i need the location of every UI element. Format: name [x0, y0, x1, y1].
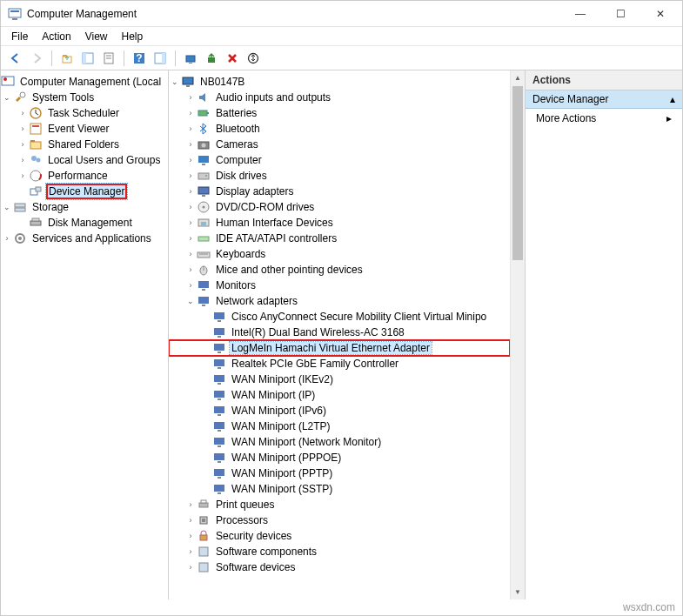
caret-icon[interactable]: › — [17, 121, 29, 137]
tree-storage[interactable]: ⌄ Storage — [1, 199, 168, 215]
svg-rect-73 — [214, 375, 224, 382]
toolbar: ? — [1, 46, 682, 70]
svg-rect-37 — [32, 218, 39, 221]
net-item-label: WAN Miniport (IP) — [230, 389, 317, 401]
dev-mice[interactable]: ›Mice and other pointing devices — [169, 262, 510, 278]
dev-ide[interactable]: ›IDE ATA/ATAPI controllers — [169, 231, 510, 246]
tree-shared-folders[interactable]: › Shared Folders — [1, 137, 168, 152]
svg-rect-63 — [198, 297, 209, 304]
svg-rect-95 — [199, 563, 208, 572]
software-icon — [197, 560, 211, 574]
svg-rect-6 — [83, 53, 86, 64]
tree-task-scheduler[interactable]: › Task Scheduler — [1, 105, 168, 121]
dev-disk-drives[interactable]: ›Disk drives — [169, 168, 510, 184]
result-pane[interactable]: ⌄NB0147B ›Audio inputs and outputs ›Batt… — [169, 70, 526, 599]
dev-network-item[interactable]: Cisco AnyConnect Secure Mobility Client … — [169, 309, 510, 325]
uninstall-button[interactable] — [223, 49, 242, 68]
update-driver-button[interactable] — [202, 49, 221, 68]
actions-more[interactable]: More Actions ▸ — [526, 109, 682, 128]
dev-cameras[interactable]: ›Cameras — [169, 137, 510, 152]
help-button[interactable]: ? — [130, 49, 149, 68]
dev-monitors[interactable]: ›Monitors — [169, 278, 510, 293]
caret-icon[interactable]: › — [17, 152, 29, 168]
dev-bluetooth[interactable]: ›Bluetooth — [169, 121, 510, 137]
caret-icon[interactable]: › — [17, 137, 29, 152]
dev-processors[interactable]: ›Processors — [169, 512, 510, 528]
svg-rect-46 — [198, 156, 209, 163]
caret-open-icon[interactable]: ⌄ — [1, 199, 13, 215]
scroll-down-icon[interactable]: ▼ — [511, 585, 525, 599]
dev-software-comp[interactable]: ›Software components — [169, 544, 510, 559]
dev-software-dev[interactable]: ›Software devices — [169, 559, 510, 575]
close-button[interactable]: ✕ — [640, 1, 680, 27]
dev-network[interactable]: ⌄Network adapters — [169, 293, 510, 309]
svg-rect-48 — [198, 173, 209, 179]
dev-network-item[interactable]: WAN Miniport (PPPOE) — [169, 450, 510, 465]
minimize-button[interactable]: — — [560, 1, 600, 27]
nic-icon — [212, 404, 226, 418]
dev-network-item[interactable]: Intel(R) Dual Band Wireless-AC 3168 — [169, 325, 510, 340]
menu-action[interactable]: Action — [35, 29, 77, 44]
dev-network-item[interactable]: WAN Miniport (IP) — [169, 387, 510, 403]
disable-button[interactable] — [244, 49, 263, 68]
tree-root[interactable]: Computer Management (Local — [1, 74, 168, 90]
dev-network-item[interactable]: WAN Miniport (Network Monitor) — [169, 434, 510, 450]
tree-services-apps[interactable]: › Services and Applications — [1, 231, 168, 246]
caret-icon[interactable]: › — [17, 105, 29, 121]
menu-file[interactable]: File — [4, 29, 35, 44]
menu-view[interactable]: View — [78, 29, 115, 44]
dev-network-item[interactable]: Realtek PCIe GbE Family Controller — [169, 356, 510, 372]
tree-device-manager[interactable]: Device Manager — [1, 184, 168, 199]
dev-computer-root[interactable]: ⌄NB0147B — [169, 74, 510, 90]
scroll-up-icon[interactable]: ▲ — [511, 70, 525, 85]
computer-mgmt-icon — [1, 75, 15, 89]
properties-button[interactable] — [99, 49, 118, 68]
forward-button[interactable] — [27, 49, 46, 68]
svg-rect-43 — [207, 112, 209, 114]
dev-print[interactable]: ›Print queues — [169, 497, 510, 512]
show-hide-tree-button[interactable] — [78, 49, 97, 68]
scroll-thumb[interactable] — [512, 86, 523, 260]
dev-network-item[interactable]: LogMeIn Hamachi Virtual Ethernet Adapter — [169, 340, 510, 356]
dev-computer[interactable]: ›Computer — [169, 152, 510, 168]
scope-pane[interactable]: Computer Management (Local ⌄ System Tool… — [1, 70, 169, 599]
dev-hid[interactable]: ›Human Interface Devices — [169, 215, 510, 231]
caret-icon[interactable]: › — [17, 168, 29, 184]
nic-icon — [212, 482, 226, 496]
storage-icon — [13, 200, 27, 214]
dev-keyboards[interactable]: ›Keyboards — [169, 246, 510, 262]
svg-rect-42 — [198, 110, 207, 116]
camera-icon — [197, 137, 211, 151]
caret-open-icon[interactable]: ⌄ — [1, 90, 13, 105]
vertical-scrollbar[interactable]: ▲ ▼ — [510, 70, 525, 599]
collapse-icon[interactable]: ▴ — [670, 93, 675, 105]
dev-network-item[interactable]: WAN Miniport (IKEv2) — [169, 372, 510, 387]
net-item-label: WAN Miniport (SSTP) — [230, 483, 334, 495]
services-icon — [13, 231, 27, 245]
scan-hardware-button[interactable] — [181, 49, 200, 68]
dev-batteries[interactable]: ›Batteries — [169, 105, 510, 121]
svg-point-53 — [203, 206, 205, 209]
dev-network-item[interactable]: WAN Miniport (PPTP) — [169, 465, 510, 481]
caret-icon[interactable]: › — [1, 231, 13, 246]
dev-display[interactable]: ›Display adapters — [169, 184, 510, 199]
tree-event-viewer[interactable]: › Event Viewer — [1, 121, 168, 137]
dev-dvd[interactable]: ›DVD/CD-ROM drives — [169, 199, 510, 215]
up-button[interactable] — [57, 49, 77, 68]
maximize-button[interactable]: ☐ — [600, 1, 640, 27]
dev-network-item[interactable]: WAN Miniport (L2TP) — [169, 418, 510, 434]
tree-system-tools[interactable]: ⌄ System Tools — [1, 90, 168, 105]
dev-network-item[interactable]: WAN Miniport (SSTP) — [169, 481, 510, 497]
svg-rect-70 — [218, 352, 221, 353]
tree-local-users[interactable]: › Local Users and Groups — [1, 152, 168, 168]
action-pane-button[interactable] — [151, 49, 170, 68]
back-button[interactable] — [6, 49, 25, 68]
tree-disk-management[interactable]: Disk Management — [1, 215, 168, 231]
menu-help[interactable]: Help — [115, 29, 151, 44]
svg-rect-36 — [30, 221, 41, 225]
actions-section[interactable]: Device Manager ▴ — [526, 90, 682, 109]
dev-audio[interactable]: ›Audio inputs and outputs — [169, 90, 510, 105]
dev-network-item[interactable]: WAN Miniport (IPv6) — [169, 403, 510, 418]
dev-security[interactable]: ›Security devices — [169, 528, 510, 544]
tree-performance[interactable]: › Performance — [1, 168, 168, 184]
